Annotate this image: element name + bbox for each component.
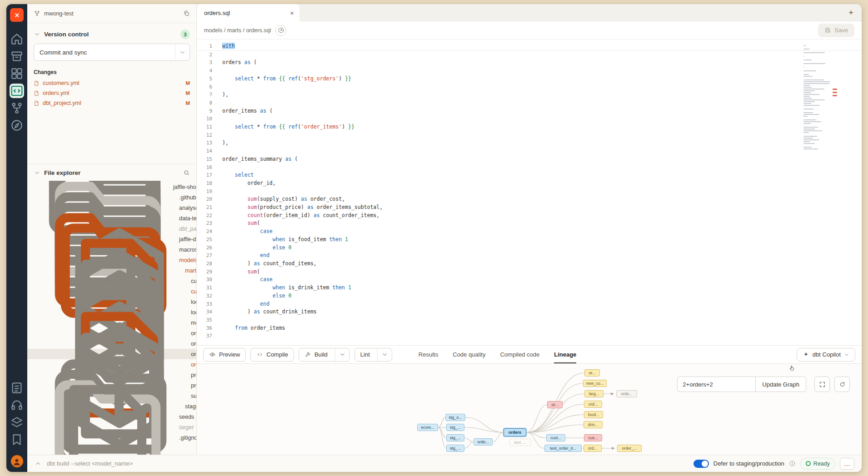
compile-button[interactable]: Compile [250,348,294,362]
commit-and-sync-button[interactable]: Commit and sync [34,44,190,61]
info-icon[interactable] [789,460,796,467]
file-explorer-header[interactable]: File explorer [27,164,196,181]
panel-tab-lineage[interactable]: Lineage [554,346,576,363]
lineage-node-order_--21[interactable]: order_... [617,445,642,452]
code-line-37[interactable]: 37 [197,332,862,340]
code-line-18[interactable]: 18 order_id, [197,179,862,188]
lineage-node-test_--8[interactable]: test_... [509,439,531,446]
nav-docs-icon[interactable] [10,432,24,447]
lineage-node-or--9[interactable]: or... [547,401,563,408]
code-line-15[interactable]: 15order_items_summary as ( [197,155,862,164]
dbt-copilot-button[interactable]: dbt Copilot [797,348,855,362]
copy-icon[interactable] [183,10,190,17]
lineage-node-orders-7[interactable]: orders [504,428,526,436]
code-line-30[interactable]: 30 case [197,276,862,284]
dbt-logo[interactable] [10,8,24,22]
nav-explore-icon[interactable] [10,118,24,133]
code-line-25[interactable]: 25 when is_food_item then 1 [197,236,862,244]
copy-link-icon[interactable] [275,25,286,36]
code-line-33[interactable]: 33 end [197,300,862,308]
build-options-chevron[interactable] [335,348,349,361]
nav-orchestration-icon[interactable] [10,101,24,115]
file-tree-item-.gitignore[interactable]: .gitignore [27,432,196,443]
code-line-6[interactable]: 6 [197,83,862,91]
tab-orders-sql[interactable]: orders.sql × [197,4,299,21]
code-line-29[interactable]: 29 sum( [197,268,862,276]
preview-button[interactable]: Preview [203,348,246,362]
code-line-28[interactable]: 28 ) as count_food_items, [197,260,862,268]
code-line-22[interactable]: 22 count(order_item_id) as count_order_i… [197,212,862,220]
lineage-node-stg_--4[interactable]: stg_... [446,434,464,441]
lineage-node-orde--20[interactable]: orde... [616,390,637,397]
lineage-node-test_order_it--11[interactable]: test_order_it... [544,445,582,452]
panel-tab-code-quality[interactable]: Code quality [453,346,485,363]
lineage-node-drin--17[interactable]: drin... [584,421,603,428]
code-line-31[interactable]: 31 when is_drink_item then 1 [197,284,862,292]
more-options-button[interactable]: … [840,458,854,470]
changed-file-dbt_project.yml[interactable]: dbt_project.ymlM [27,98,196,108]
search-icon[interactable] [183,169,190,176]
lineage-node-stg_--5[interactable]: stg_... [446,445,464,452]
code-line-16[interactable]: 16 [197,164,862,172]
nav-develop-ide-icon[interactable] [10,84,24,98]
nav-projects-icon[interactable] [10,49,24,64]
code-line-26[interactable]: 26 else 0 [197,244,862,252]
lineage-node-stg_--3[interactable]: stg_... [446,424,464,431]
lineage-node-new_cu--13[interactable]: new_cu... [583,380,607,387]
code-line-34[interactable]: 34 ) as count_drink_items [197,308,862,316]
code-line-11[interactable]: 11 select * from {{ ref('order_items') }… [197,123,862,131]
code-line-10[interactable]: 10 [197,115,862,123]
code-line-36[interactable]: 36 from order_items [197,324,862,332]
commit-options-chevron[interactable] [175,44,190,60]
code-editor[interactable]: 1with23orders as (45 select * from {{ re… [197,40,862,345]
nav-resources-icon[interactable] [10,415,24,430]
lineage-node-food--16[interactable]: food... [584,411,603,418]
code-line-13[interactable]: 13), [197,139,862,147]
cli-command-text[interactable]: dbt build --select <model_name> [47,460,133,467]
code-line-19[interactable]: 19 [197,188,862,196]
code-line-9[interactable]: 9order_items as ( [197,107,862,115]
lineage-node-larg--14[interactable]: larg... [584,390,604,397]
lineage-node-or--12[interactable]: or... [584,369,600,377]
defer-toggle[interactable] [693,460,709,468]
code-line-14[interactable]: 14 [197,147,862,155]
code-line-23[interactable]: 23 sum( [197,219,862,228]
new-tab-button[interactable]: + [848,8,853,17]
lineage-node-cust--10[interactable]: cust... [546,434,565,441]
lineage-node-ecom--1[interactable]: ecom... [417,424,438,431]
version-control-header[interactable]: Version control 3 [27,23,196,44]
nav-support-icon[interactable] [10,398,24,412]
nav-apps-icon[interactable] [10,66,24,81]
lint-button[interactable]: Lint [354,348,392,362]
lineage-node-ord--15[interactable]: ord... [584,401,602,408]
lineage-node-orde--6[interactable]: orde... [474,438,493,446]
code-line-8[interactable]: 8 [197,99,862,107]
update-graph-button[interactable]: Update Graph [755,377,806,392]
editor-minimap[interactable] [803,45,836,150]
lineage-node-cus--18[interactable]: cus... [584,434,602,441]
lint-options-chevron[interactable] [377,348,392,361]
lineage-selector-input[interactable] [677,377,755,392]
fullscreen-button[interactable] [814,377,830,392]
save-button[interactable]: Save [818,24,854,37]
code-line-20[interactable]: 20 sum(supply_cost) as order_cost, [197,195,862,203]
expand-command-bar-icon[interactable] [35,460,41,467]
code-line-7[interactable]: 7), [197,91,862,99]
refresh-button[interactable] [834,377,850,392]
code-line-4[interactable]: 4 [197,67,862,75]
panel-tab-compiled-code[interactable]: Compiled code [500,346,539,363]
changed-file-customers.yml[interactable]: customers.ymlM [27,78,196,88]
code-line-1[interactable]: 1with [197,42,862,51]
nav-tasks-icon[interactable] [10,381,24,395]
code-line-2[interactable]: 2 [197,51,862,59]
nav-home-icon[interactable] [10,32,24,46]
build-button[interactable]: Build [299,348,350,362]
lineage-node-ord--19[interactable]: ord... [584,445,602,452]
code-line-5[interactable]: 5 select * from {{ ref('stg_orders') }} [197,75,862,83]
code-line-27[interactable]: 27 end [197,252,862,260]
user-avatar[interactable] [11,455,23,467]
panel-tab-results[interactable]: Results [419,346,438,363]
code-line-3[interactable]: 3orders as ( [197,59,862,67]
changed-file-orders.yml[interactable]: orders.ymlM [27,88,196,98]
code-line-32[interactable]: 32 else 0 [197,292,862,300]
